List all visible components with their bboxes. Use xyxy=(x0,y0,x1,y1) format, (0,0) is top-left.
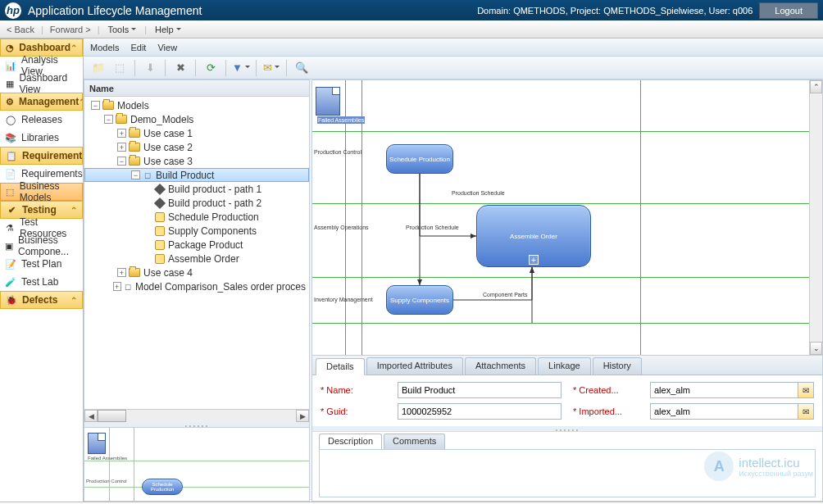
data-object-failed-assemblies[interactable] xyxy=(316,87,340,116)
sidebar-item-test-lab[interactable]: 🧪Test Lab xyxy=(0,273,83,291)
tab-linkage[interactable]: Linkage xyxy=(538,357,591,375)
user-picker-button[interactable]: ✉ xyxy=(798,403,814,420)
expand-subprocess-icon[interactable]: + xyxy=(529,255,539,265)
sidebar-item-label: Business Compone... xyxy=(18,234,78,257)
tools-menu[interactable]: Tools xyxy=(102,25,141,34)
find-button[interactable]: 🔍 xyxy=(292,59,311,77)
sidebar-item-releases[interactable]: ◯Releases xyxy=(0,111,83,129)
delete-button[interactable]: ✖ xyxy=(171,59,190,77)
logout-button[interactable]: Logout xyxy=(759,2,818,19)
sidebar-group-management[interactable]: ⚙Management⌃ xyxy=(0,93,83,111)
task-schedule-production[interactable]: Schedule Production xyxy=(386,144,453,174)
sidebar-item-label: Dashboard View xyxy=(19,72,78,95)
tab-attachments[interactable]: Attachments xyxy=(465,357,536,375)
tree-row-package[interactable]: Package Product xyxy=(84,238,309,252)
folder-icon xyxy=(116,115,127,124)
tree-label: Assemble Order xyxy=(168,253,239,265)
collapse-icon[interactable]: − xyxy=(91,101,100,110)
path-icon xyxy=(154,183,166,194)
view-menu[interactable]: View xyxy=(157,43,177,52)
tab-history[interactable]: History xyxy=(593,357,642,375)
sidebar-item-business-models[interactable]: ⬚Business Models xyxy=(0,183,83,201)
name-field[interactable] xyxy=(398,382,562,398)
expand-icon[interactable]: + xyxy=(117,143,126,152)
expand-icon[interactable]: + xyxy=(113,282,121,291)
tree-label: Demo_Models xyxy=(130,114,193,125)
tree-row-supply[interactable]: Supply Components xyxy=(84,224,309,238)
new-folder-button: 📁 xyxy=(89,59,108,77)
folder-icon xyxy=(129,129,140,138)
sidebar-item-test-plan[interactable]: 📝Test Plan xyxy=(0,255,83,273)
models-menu[interactable]: Models xyxy=(90,43,119,52)
task-supply-components[interactable]: Supply Components xyxy=(386,285,453,315)
tree-row-uc1[interactable]: +Use case 1 xyxy=(84,126,309,140)
sidebar-group-requirements[interactable]: 📋Requirements⌃ xyxy=(0,147,83,165)
guid-field[interactable] xyxy=(398,403,562,420)
tree-row-models[interactable]: −Models xyxy=(84,98,309,112)
filter-button[interactable]: ▼ xyxy=(231,59,251,77)
forward-button[interactable]: Forward > xyxy=(47,25,94,34)
minimap-shape: Schedule Production xyxy=(142,479,183,495)
sidebar-group-defects[interactable]: 🐞Defects⌃ xyxy=(0,291,83,309)
tree-body[interactable]: −Models −Demo_Models +Use case 1 +Use ca… xyxy=(84,97,309,409)
tree-row-model-comparison[interactable]: +◻Model Comparison_Sales order proces xyxy=(84,279,309,293)
mail-button[interactable]: ✉ xyxy=(261,59,281,77)
scroll-down-button[interactable]: ⌄ xyxy=(810,342,822,355)
tree-hscrollbar[interactable]: ◀▶ xyxy=(84,409,309,422)
imported-by-field[interactable] xyxy=(650,403,798,420)
tree-row-build-product[interactable]: −◻Build Product xyxy=(84,168,309,182)
tree-label: Build product - path 2 xyxy=(168,198,261,209)
subprocess-assemble-order[interactable]: Assemble Order+ xyxy=(476,205,591,267)
edge-label: Production Schedule xyxy=(452,190,505,196)
tree-row-path1[interactable]: Build product - path 1 xyxy=(84,182,309,196)
sidebar-group-label: Defects xyxy=(22,294,57,306)
tab-imported-attributes[interactable]: Imported Attributes xyxy=(366,357,463,375)
diagram-minimap[interactable]: Failed Assemblies Production Control Sch… xyxy=(84,427,309,501)
sidebar-item-dashboard-view[interactable]: ▦Dashboard View xyxy=(0,75,83,93)
toolbar: 📁 ⬚ ⬇ ✖ ⟳ ▼ ✉ 🔍 xyxy=(84,57,823,79)
subtab-description[interactable]: Description xyxy=(319,434,382,449)
refresh-button[interactable]: ⟳ xyxy=(201,59,221,77)
help-menu[interactable]: Help xyxy=(150,25,186,34)
releases-icon: ◯ xyxy=(5,114,16,125)
tree-row-path2[interactable]: Build product - path 2 xyxy=(84,196,309,210)
created-by-field[interactable] xyxy=(650,382,798,398)
sidebar-item-libraries[interactable]: 📚Libraries xyxy=(0,129,83,147)
collapse-icon[interactable]: − xyxy=(117,157,126,166)
expand-icon[interactable]: + xyxy=(117,129,126,138)
collapse-icon[interactable]: − xyxy=(104,115,113,124)
description-textarea[interactable] xyxy=(319,449,816,497)
scroll-left-button[interactable]: ◀ xyxy=(84,410,98,422)
tree-row-demo[interactable]: −Demo_Models xyxy=(84,112,309,126)
chevron-up-icon: ⌃ xyxy=(70,43,77,52)
tree-row-schedule[interactable]: Schedule Production xyxy=(84,210,309,224)
sidebar-item-label: Test Lab xyxy=(21,276,58,288)
model-tree-panel: Name −Models −Demo_Models +Use case 1 +U… xyxy=(84,79,310,502)
back-button[interactable]: < Back xyxy=(3,25,38,34)
tree-header-name[interactable]: Name xyxy=(84,80,309,97)
tree-row-uc4[interactable]: +Use case 4 xyxy=(84,266,309,279)
collapse-icon[interactable]: − xyxy=(131,170,140,179)
scroll-up-button[interactable]: ⌃ xyxy=(810,80,822,93)
tree-row-assemble[interactable]: Assemble Order xyxy=(84,252,309,266)
minimap-label: Production Control xyxy=(86,479,127,484)
edit-menu[interactable]: Edit xyxy=(130,43,146,52)
scroll-thumb[interactable] xyxy=(98,410,126,422)
scroll-right-button[interactable]: ▶ xyxy=(296,410,309,422)
user-picker-button[interactable]: ✉ xyxy=(798,382,814,398)
tree-row-uc3[interactable]: −Use case 3 xyxy=(84,154,309,168)
session-info: Domain: QMETHODS, Project: QMETHODS_Spie… xyxy=(477,6,753,16)
tab-details[interactable]: Details xyxy=(316,358,365,375)
sidebar-item-business-components[interactable]: ▣Business Compone... xyxy=(0,237,83,255)
diagram-canvas[interactable]: Failed Assemblies Production Control Ass… xyxy=(312,80,809,355)
diagram-panel: Failed Assemblies Production Control Ass… xyxy=(311,79,823,502)
shape-label: Supply Components xyxy=(390,297,449,304)
diagram-vscrollbar[interactable]: ⌃ ⌄ xyxy=(809,80,822,355)
details-form: * Name: * Created... ✉ * Guid: * Importe… xyxy=(312,375,822,426)
subtab-comments[interactable]: Comments xyxy=(384,434,445,449)
expand-icon[interactable]: + xyxy=(117,268,126,277)
folder-icon xyxy=(102,101,114,110)
model-icon: ◻ xyxy=(124,282,132,292)
tree-label: Use case 3 xyxy=(143,156,193,167)
tree-row-uc2[interactable]: +Use case 2 xyxy=(84,140,309,154)
